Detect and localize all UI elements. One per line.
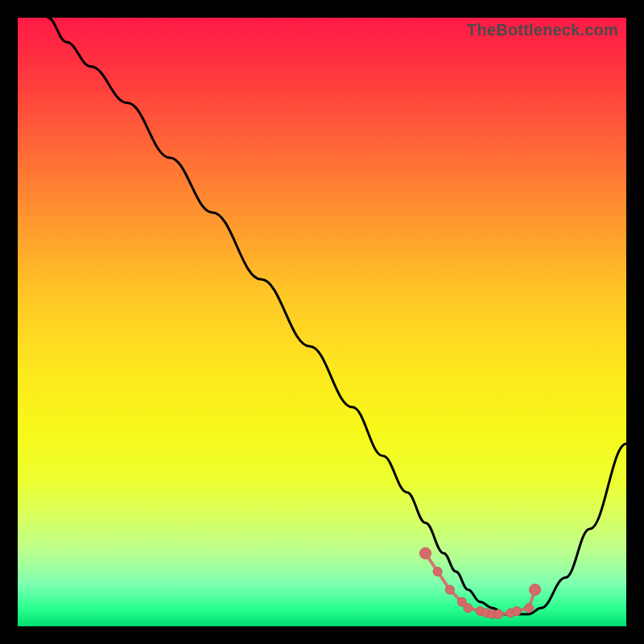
plot-area: TheBottleneck.com (18, 18, 626, 626)
marker-dot (445, 585, 454, 594)
marker-connector (426, 553, 535, 614)
curve-layer (18, 18, 626, 626)
marker-dots (420, 547, 541, 618)
marker-dot (433, 568, 442, 576)
marker-dot (420, 547, 431, 559)
bottleneck-curve (48, 18, 626, 614)
marker-dot (512, 607, 521, 616)
marker-dot (530, 584, 541, 596)
marker-dot (525, 604, 534, 613)
marker-dot (464, 604, 473, 613)
chart-frame: TheBottleneck.com (0, 0, 644, 644)
marker-dot (494, 609, 503, 618)
